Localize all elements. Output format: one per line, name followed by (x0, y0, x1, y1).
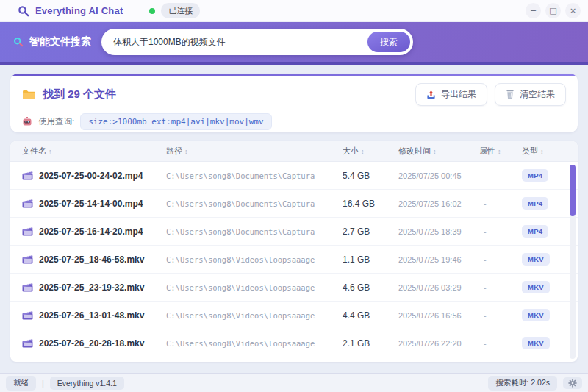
file-attributes: - (479, 227, 522, 236)
search-header: 智能文件搜索 搜索 (0, 22, 588, 65)
table-scrollbar[interactable] (570, 165, 576, 359)
maximize-button[interactable]: □ (545, 3, 561, 18)
table-row[interactable]: 2025-07-26_13-01-48.mkv C:\Users\song8\V… (10, 302, 578, 329)
smart-search-icon (13, 37, 24, 47)
sort-indicator-icon: ↕ (184, 148, 188, 155)
column-header[interactable]: 文件名 ↑ (22, 146, 166, 157)
clear-results-label: 清空结果 (520, 88, 555, 101)
search-button[interactable]: 搜索 (368, 32, 410, 52)
file-name: 2025-07-26_13-01-48.mkv (39, 310, 144, 321)
connection-status: 已连接 (149, 3, 200, 18)
status-divider: | (42, 379, 44, 388)
file-size: 2.1 GB (343, 338, 398, 349)
query-string: size:>1000mb ext:mp4|avi|mkv|mov|wmv (80, 113, 271, 130)
file-attributes: - (479, 255, 522, 264)
sort-indicator-icon: ↕ (433, 148, 437, 155)
results-table: 文件名 ↑ 路径 ↕ 大小 ↕ 修改时间 ↕ 属性 ↕ 类型 ↕ 2025-07… (10, 141, 578, 362)
folder-icon (22, 89, 36, 100)
column-header[interactable]: 路径 ↕ (166, 146, 343, 157)
status-ready: 就绪 (6, 376, 36, 391)
file-name: 2025-07-25-14-14-00.mp4 (39, 199, 143, 209)
video-file-icon (22, 310, 33, 320)
file-path: C:\Users\song8\Documents\Captura (166, 227, 343, 236)
file-path: C:\Users\song8\Videos\loopsaaage (166, 339, 343, 348)
file-type-badge: MP4 (522, 197, 548, 210)
export-results-label: 导出结果 (441, 88, 476, 101)
trash-icon (506, 90, 514, 99)
file-path: C:\Users\song8\Documents\Captura (166, 171, 343, 180)
video-file-icon (22, 282, 33, 292)
file-name: 2025-07-25-00-24-02.mp4 (39, 171, 143, 181)
file-type-badge: MP4 (522, 169, 548, 182)
sort-indicator-icon: ↕ (498, 148, 501, 155)
column-header[interactable]: 大小 ↕ (343, 146, 398, 157)
file-attributes: - (479, 339, 522, 348)
file-name: 2025-07-25_23-19-32.mkv (39, 282, 144, 293)
file-modified: 2025/07/25 19:46 (398, 255, 479, 264)
table-row[interactable]: 2025-07-25_18-46-58.mkv C:\Users\song8\V… (10, 246, 578, 274)
file-modified: 2025/07/26 16:56 (398, 311, 479, 320)
main-content: 找到 29 个文件 导出结果 清空 (0, 65, 588, 362)
file-modified: 2025/07/25 16:02 (398, 199, 479, 208)
column-header[interactable]: 类型 ↕ (522, 146, 578, 157)
table-row[interactable]: 2025-07-25-14-14-00.mp4 C:\Users\song8\D… (10, 190, 578, 218)
connection-badge: 已连接 (161, 3, 200, 18)
column-header[interactable]: 属性 ↕ (479, 146, 522, 157)
app-logo-search-icon (18, 5, 29, 17)
settings-button[interactable] (563, 377, 582, 389)
table-body: 2025-07-25-00-24-02.mp4 C:\Users\song8\D… (10, 162, 578, 357)
video-file-icon (22, 227, 33, 236)
file-size: 16.4 GB (343, 199, 398, 209)
file-path: C:\Users\song8\Documents\Captura (166, 199, 343, 208)
app-title: Everything AI Chat (35, 5, 123, 16)
results-summary-card: 找到 29 个文件 导出结果 清空 (10, 74, 578, 132)
robot-icon (22, 117, 32, 126)
video-file-icon (22, 171, 33, 180)
column-header[interactable]: 修改时间 ↕ (398, 146, 479, 157)
statusbar: 就绪 | Everything v1.4.1 搜索耗时: 2.02s (0, 373, 588, 392)
video-file-icon (22, 199, 33, 208)
file-type-badge: MKV (522, 309, 550, 321)
file-modified: 2025/07/26 03:29 (398, 283, 479, 292)
file-size: 2.7 GB (343, 227, 398, 237)
file-attributes: - (479, 283, 522, 292)
file-attributes: - (479, 171, 522, 180)
export-icon (426, 90, 436, 99)
close-button[interactable]: × (565, 3, 581, 18)
results-count: 找到 29 个文件 (43, 88, 116, 101)
file-type-badge: MKV (522, 253, 550, 266)
status-elapsed: 搜索耗时: 2.02s (488, 376, 557, 391)
table-row[interactable]: 2025-07-26_20-28-18.mkv C:\Users\song8\V… (10, 329, 578, 357)
scrollbar-thumb[interactable] (570, 165, 576, 216)
file-size: 5.4 GB (343, 171, 398, 181)
sort-indicator-icon: ↑ (49, 148, 52, 155)
file-modified: 2025/07/26 22:20 (398, 339, 479, 348)
status-version: Everything v1.4.1 (50, 377, 124, 390)
table-row[interactable]: 2025-07-25_23-19-32.mkv C:\Users\song8\V… (10, 274, 578, 302)
file-name: 2025-07-25-16-14-20.mp4 (39, 227, 143, 237)
file-name: 2025-07-26_20-28-18.mkv (39, 338, 144, 349)
export-results-button[interactable]: 导出结果 (415, 83, 487, 106)
file-size: 4.4 GB (343, 310, 398, 321)
sort-indicator-icon: ↕ (361, 148, 365, 155)
file-type-badge: MKV (522, 281, 550, 293)
clear-results-button[interactable]: 清空结果 (495, 83, 566, 106)
titlebar: Everything AI Chat 已连接 − □ × (0, 0, 588, 22)
file-attributes: - (479, 311, 522, 320)
file-attributes: - (479, 199, 522, 208)
file-path: C:\Users\song8\Videos\loopsaaage (166, 255, 343, 264)
table-row[interactable]: 2025-07-25-00-24-02.mp4 C:\Users\song8\D… (10, 162, 578, 190)
connected-dot-icon (149, 8, 155, 14)
search-section-label-wrap: 智能文件搜索 (13, 35, 91, 49)
minimize-button[interactable]: − (526, 3, 541, 18)
table-row[interactable]: 2025-07-25-16-14-20.mp4 C:\Users\song8\D… (10, 218, 578, 246)
file-type-badge: MP4 (522, 225, 548, 238)
file-path: C:\Users\song8\Videos\loopsaaage (166, 283, 343, 292)
file-modified: 2025/07/25 00:45 (398, 171, 479, 180)
query-label: 使用查询: (38, 116, 74, 127)
file-size: 4.6 GB (343, 282, 398, 293)
search-input[interactable] (113, 37, 368, 47)
file-name: 2025-07-25_18-46-58.mkv (39, 254, 144, 265)
file-size: 1.1 GB (343, 254, 398, 265)
search-section-label: 智能文件搜索 (29, 35, 91, 49)
